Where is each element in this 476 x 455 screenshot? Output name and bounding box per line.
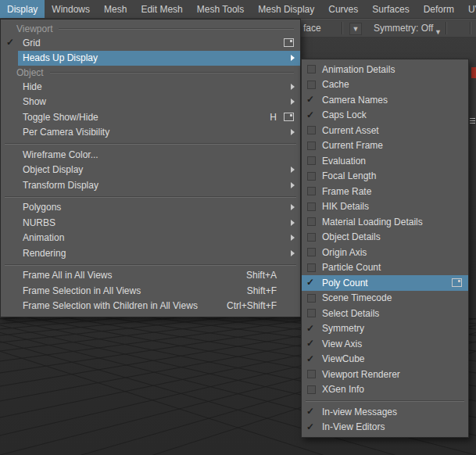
check-icon: ✓ <box>306 93 314 106</box>
menu-item-material-loading-details[interactable]: Material Loading Details <box>302 214 468 230</box>
menubar-item-display[interactable]: Display <box>0 0 45 18</box>
menu-item-rendering[interactable]: Rendering <box>1 245 300 261</box>
check-icon: ✓ <box>306 109 314 122</box>
menu-item-view-axis[interactable]: ✓View Axis <box>302 336 468 352</box>
menu-item-origin-axis[interactable]: Origin Axis <box>302 245 468 260</box>
menu-item-in-view-messages[interactable]: ✓In-view Messages <box>302 404 468 420</box>
menu-item-object-details[interactable]: Object Details <box>302 230 468 245</box>
menu-item-evaluation[interactable]: Evaluation <box>302 153 468 169</box>
menu-item-hik-details[interactable]: HIK Details <box>302 199 468 215</box>
menu-item-label: Rendering <box>23 248 66 259</box>
menu-item-polygons[interactable]: Polygons <box>1 200 300 216</box>
menubar-item-mesh-tools[interactable]: Mesh Tools <box>190 0 251 18</box>
menu-item-label: Show <box>23 96 46 107</box>
menu-item-viewport-renderer[interactable]: Viewport Renderer <box>302 367 468 382</box>
menu-item-select-details[interactable]: Select Details <box>302 306 468 321</box>
menu-item-right <box>277 38 294 47</box>
menu-item-label: Heads Up Display <box>23 52 98 63</box>
checkbox <box>307 309 316 317</box>
checkbox <box>307 142 316 150</box>
menubar-item-curves[interactable]: Curves <box>321 0 365 18</box>
menu-item-show[interactable]: Show <box>1 95 300 110</box>
menu-item-current-asset[interactable]: Current Asset <box>302 123 468 138</box>
menu-item-label: Frame Rate <box>322 186 371 197</box>
menu-item-label: ViewCube <box>322 353 364 364</box>
check-icon: ✓ <box>6 36 14 49</box>
menu-item-per-camera-visibility[interactable]: Per Camera Visibility <box>1 125 300 141</box>
menu-item-label: Frame All in All Views <box>23 270 113 281</box>
menu-item-label: View Axis <box>322 339 362 349</box>
submenu-arrow-icon <box>291 250 295 256</box>
symmetry-dropdown[interactable]: Symmetry: Off <box>374 20 433 37</box>
checkbox <box>307 248 316 256</box>
dropdown-arrow-icon[interactable]: ▼ <box>435 23 442 41</box>
menu-item-label: Current Frame <box>322 140 383 151</box>
menu-item-heads-up-display[interactable]: Heads Up Display <box>18 51 300 66</box>
menu-item-label: Symmetry <box>322 323 364 334</box>
menu-item-hide[interactable]: Hide <box>1 79 300 95</box>
menu-item-poly-count[interactable]: ✓Poly Count <box>302 275 468 291</box>
menu-item-nurbs[interactable]: NURBS <box>1 215 300 231</box>
submenu-arrow-icon <box>291 235 295 241</box>
checkbox <box>307 385 316 394</box>
menu-item-wireframe-color[interactable]: Wireframe Color... <box>1 147 300 163</box>
menu-item-label: Frame Selection with Children in All Vie… <box>23 300 198 311</box>
face-mode-label: face <box>303 20 321 37</box>
menu-item-xgen-info[interactable]: XGen Info <box>302 382 468 398</box>
panel-grip-icon <box>470 116 475 125</box>
menu-item-camera-names[interactable]: ✓Camera Names <box>302 92 468 108</box>
maya-window: face ▼ Symmetry: Off ▼ DisplayWindowsMes… <box>0 0 476 455</box>
menubar-item-deform[interactable]: Deform <box>417 0 461 18</box>
menu-item-transform-display[interactable]: Transform Display <box>1 177 300 193</box>
option-box-icon[interactable] <box>284 38 294 47</box>
menu-item-frame-selection-with-children-in-all-views[interactable]: Frame Selection with Children in All Vie… <box>1 299 300 314</box>
checkbox <box>307 217 316 226</box>
menu-item-viewcube[interactable]: ✓ViewCube <box>302 352 468 367</box>
menu-item-cache[interactable]: Cache <box>302 77 468 93</box>
menu-item-focal-length[interactable]: Focal Length <box>302 169 468 185</box>
menu-item-toggle-show-hide[interactable]: Toggle Show/HideH <box>1 109 300 125</box>
menu-item-current-frame[interactable]: Current Frame <box>302 138 468 154</box>
menubar-item-uv[interactable]: UV <box>461 0 476 18</box>
menu-separator <box>3 141 298 146</box>
submenu-arrow-icon <box>291 84 295 90</box>
menu-item-label: Particle Count <box>322 262 381 273</box>
menu-item-frame-all-in-all-views[interactable]: Frame All in All ViewsShift+A <box>1 268 300 284</box>
menubar-item-mesh-display[interactable]: Mesh Display <box>251 0 321 18</box>
check-icon: ✓ <box>306 421 314 434</box>
menu-separator <box>304 398 466 403</box>
dropdown-arrow-icon[interactable]: ▼ <box>349 23 362 35</box>
menubar-item-windows[interactable]: Windows <box>45 0 97 18</box>
checkbox <box>307 65 316 73</box>
menu-item-frame-selection-in-all-views[interactable]: Frame Selection in All ViewsShift+F <box>1 283 300 299</box>
menubar-item-surfaces[interactable]: Surfaces <box>365 0 416 18</box>
menu-item-symmetry[interactable]: ✓Symmetry <box>302 321 468 337</box>
menu-item-label: Object Display <box>23 164 83 175</box>
menu-item-particle-count[interactable]: Particle Count <box>302 260 468 276</box>
menu-item-label: Transform Display <box>23 180 98 191</box>
checkbox <box>307 172 316 181</box>
menubar-item-edit-mesh[interactable]: Edit Mesh <box>134 0 189 18</box>
toolbar-divider <box>470 22 471 34</box>
menubar: DisplayWindowsMeshEdit MeshMesh ToolsMes… <box>0 0 476 19</box>
menu-item-label: Focal Length <box>322 170 376 181</box>
menu-item-label: Object Details <box>322 231 381 242</box>
hotkey-label: Shift+F <box>247 285 277 296</box>
menu-item-animation-details[interactable]: Animation Details <box>302 62 468 77</box>
menu-item-scene-timecode[interactable]: Scene Timecode <box>302 291 468 306</box>
menu-section-label: Object <box>16 67 44 78</box>
checkbox <box>307 126 316 134</box>
menu-item-label: Per Camera Visibility <box>23 127 109 138</box>
menu-separator <box>3 262 298 267</box>
menu-item-right: Shift+A <box>246 270 294 281</box>
menu-item-grid[interactable]: ✓Grid <box>1 35 300 51</box>
menu-item-animation[interactable]: Animation <box>1 231 300 246</box>
menu-item-caps-lock[interactable]: ✓Caps Lock <box>302 108 468 124</box>
menu-item-object-display[interactable]: Object Display <box>1 163 300 178</box>
menu-item-frame-rate[interactable]: Frame Rate <box>302 184 468 199</box>
option-box-icon[interactable] <box>284 113 294 121</box>
menu-item-in-view-editors[interactable]: ✓In-View Editors <box>302 420 468 435</box>
option-box-icon[interactable] <box>452 278 462 287</box>
menu-item-label: Toggle Show/Hide <box>23 112 98 123</box>
menubar-item-mesh[interactable]: Mesh <box>97 0 134 18</box>
